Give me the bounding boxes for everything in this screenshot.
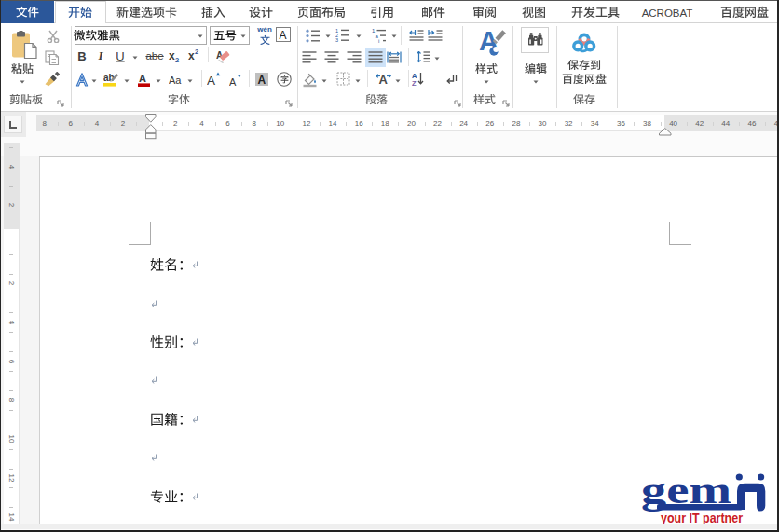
- svg-text:A: A: [258, 74, 266, 87]
- svg-text:Z: Z: [412, 79, 417, 88]
- svg-text:ab: ab: [103, 73, 115, 83]
- svg-text:A: A: [139, 73, 146, 84]
- svg-text:A: A: [207, 74, 215, 86]
- svg-text:i: i: [378, 38, 379, 43]
- svg-text:A: A: [229, 76, 237, 87]
- svg-text:Aa: Aa: [169, 75, 182, 86]
- svg-text:A: A: [379, 73, 389, 86]
- svg-text:3: 3: [335, 37, 338, 43]
- svg-text:A: A: [280, 29, 287, 42]
